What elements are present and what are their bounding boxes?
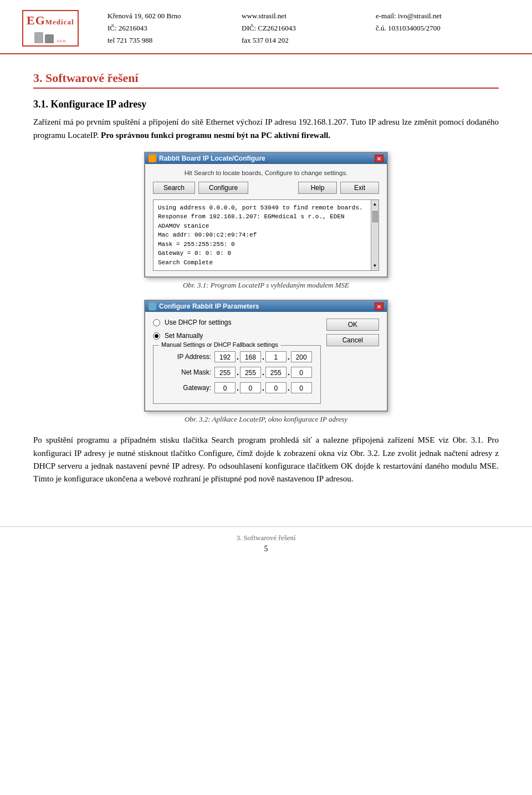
gateway-octet-2[interactable]: 0 xyxy=(240,382,261,393)
gateway-dot-1: . xyxy=(237,383,239,392)
dhcp-label: Use DHCP for settings xyxy=(165,319,232,326)
ip-field-group: 192 . 168 . 1 . 200 xyxy=(214,351,312,362)
paragraph-2: Po spuštění programu a případném stisku … xyxy=(33,434,499,485)
dialog1-log-text: Using address 0.0.0.0, port 53949 to fin… xyxy=(158,203,374,268)
contact-col-1: Křenová 19, 602 00 Brno IČ: 26216043 tel… xyxy=(108,10,242,47)
gateway-label: Gateway: xyxy=(161,384,211,392)
ok-button[interactable]: OK xyxy=(326,319,379,331)
dialog1-log: Using address 0.0.0.0, port 53949 to fin… xyxy=(153,199,379,271)
log-line-5: Gateway = 0: 0: 0: 0 xyxy=(158,249,365,258)
address: Křenová 19, 602 00 Brno xyxy=(108,10,242,22)
email: e-mail: ivo@strasil.net xyxy=(376,10,510,22)
search-button[interactable]: Search xyxy=(153,182,195,194)
dialog1-title: Rabbit Board IP Locate/Configure xyxy=(159,155,265,162)
dialog1-titlebar-left: Rabbit Board IP Locate/Configure xyxy=(149,155,265,162)
gateway-dot-3: . xyxy=(288,383,290,392)
radio-manual-filled xyxy=(155,334,158,338)
logo-icon xyxy=(34,32,54,43)
dialog2-container: Configure Rabbit IP Parameters ✕ Use DHC… xyxy=(33,300,499,412)
logo-eg: EG xyxy=(27,13,45,28)
ip-octet-3[interactable]: 1 xyxy=(265,351,287,362)
configure-icon xyxy=(149,302,156,310)
ip-dot-1: . xyxy=(237,352,239,361)
dialog1-buttons: Search Configure Help Exit xyxy=(153,182,379,194)
header-contact: Křenová 19, 602 00 Brno IČ: 26216043 tel… xyxy=(108,10,510,47)
rabbit-icon xyxy=(149,155,156,162)
gateway-octet-3[interactable]: 0 xyxy=(265,382,287,393)
footer-section-label: 3. Softwarové řešení xyxy=(0,534,532,542)
netmask-row: Net Mask: 255 . 255 . 255 . 0 xyxy=(161,367,313,378)
subsection-title: Konfigurace IP adresy xyxy=(51,99,147,110)
ip-octet-4[interactable]: 200 xyxy=(291,351,312,362)
exit-button[interactable]: Exit xyxy=(340,182,379,194)
dialog2-titlebar: Configure Rabbit IP Parameters ✕ xyxy=(145,301,387,312)
ip-address-label: IP Address: xyxy=(161,353,211,361)
dialog1-scrollbar[interactable]: ▲ ▼ xyxy=(371,200,378,271)
config-right-buttons: OK Cancel xyxy=(326,319,379,404)
ip-octet-2[interactable]: 168 xyxy=(240,351,261,362)
fig1-caption: Obr. 3.1: Program LocateIP s vyhledaným … xyxy=(33,281,499,290)
gateway-octet-1[interactable]: 0 xyxy=(214,382,236,393)
log-line-1: Using address 0.0.0.0, port 53949 to fin… xyxy=(158,203,365,213)
help-button[interactable]: Help xyxy=(298,182,337,194)
contact-col-3: e-mail: ivo@strasil.net č.ú. 1031034005/… xyxy=(376,10,510,47)
config-main-area: Use DHCP for settings Set Manually Manua… xyxy=(153,319,379,404)
section-heading: 3. Softwarové řešení xyxy=(33,71,499,89)
netmask-octet-2[interactable]: 255 xyxy=(240,367,261,378)
netmask-octet-4[interactable]: 0 xyxy=(291,367,312,378)
logo-box: EG Medical s.r.o. xyxy=(22,10,79,47)
dialog1-container: Rabbit Board IP Locate/Configure ✕ Hit S… xyxy=(33,152,499,278)
manual-section: Manual Settings or DHCP Fallback setting… xyxy=(153,345,321,404)
netmask-octet-1[interactable]: 255 xyxy=(214,367,236,378)
tel: tel 721 735 988 xyxy=(108,34,242,47)
gateway-octet-4[interactable]: 0 xyxy=(291,382,312,393)
section-title: Softwarové řešení xyxy=(45,71,139,85)
dialog2-title: Configure Rabbit IP Parameters xyxy=(159,302,259,310)
ip-address-row: IP Address: 192 . 168 . 1 . 200 xyxy=(161,351,313,362)
fig2-caption: Obr. 3.2: Aplikace LocateIP, okno konfig… xyxy=(33,415,499,424)
scroll-up-arrow[interactable]: ▲ xyxy=(372,200,377,209)
dialog1-close-button[interactable]: ✕ xyxy=(375,155,383,162)
scroll-thumb[interactable] xyxy=(372,211,378,222)
contact-col-2: www.strasil.net DIČ: CZ26216043 fax 537 … xyxy=(242,10,376,47)
page-footer: 3. Softwarové řešení 5 xyxy=(0,526,532,559)
www: www.strasil.net xyxy=(242,10,376,22)
gateway-row: Gateway: 0 . 0 . 0 . 0 xyxy=(161,382,313,393)
paragraph-1: Zařízení má po prvním spuštění a připoje… xyxy=(33,116,499,142)
netmask-octet-3[interactable]: 255 xyxy=(265,367,287,378)
netmask-label: Net Mask: xyxy=(161,368,211,376)
fax: fax 537 014 202 xyxy=(242,34,376,47)
ip-dot-2: . xyxy=(262,352,264,361)
log-line-2: Response from 192.168.1.207: EGMedical s… xyxy=(158,212,365,230)
dic: DIČ: CZ26216043 xyxy=(242,22,376,34)
ip-octet-1[interactable]: 192 xyxy=(214,351,236,362)
ic: IČ: 26216043 xyxy=(108,22,242,34)
dialog2-close-button[interactable]: ✕ xyxy=(375,302,383,310)
logo-medical: Medical xyxy=(45,18,74,27)
radio-dhcp[interactable] xyxy=(153,319,160,326)
gateway-dot-2: . xyxy=(262,383,264,392)
manual-section-label: Manual Settings or DHCP Fallback setting… xyxy=(159,341,280,348)
dialog1-window: Rabbit Board IP Locate/Configure ✕ Hit S… xyxy=(144,152,388,278)
dialog1-hint: Hit Search to locate boards, Configure t… xyxy=(153,170,379,176)
cancel-button[interactable]: Cancel xyxy=(326,334,379,346)
log-line-3: Mac addr: 00:90:c2:e9:74:ef xyxy=(158,230,365,240)
subsection-number: 3.1. xyxy=(33,99,51,110)
scroll-down-arrow[interactable]: ▼ xyxy=(372,261,377,270)
subsection-heading: 3.1. Konfigurace IP adresy xyxy=(33,99,499,110)
dialog2-titlebar-left: Configure Rabbit IP Parameters xyxy=(149,302,259,310)
configure-button[interactable]: Configure xyxy=(198,182,248,194)
gateway-field-group: 0 . 0 . 0 . 0 xyxy=(214,382,312,393)
ip-dot-3: . xyxy=(288,352,290,361)
main-content: 3. Softwarové řešení 3.1. Konfigurace IP… xyxy=(0,54,532,515)
log-line-4: Mask = 255:255:255: 0 xyxy=(158,240,365,249)
dialog1-titlebar: Rabbit Board IP Locate/Configure ✕ xyxy=(145,153,387,164)
section-number: 3. xyxy=(33,71,45,85)
dialog2-window: Configure Rabbit IP Parameters ✕ Use DHC… xyxy=(144,300,388,412)
logo-sro: s.r.o. xyxy=(57,38,66,43)
radio-manual[interactable] xyxy=(153,332,160,340)
manual-label: Set Manually xyxy=(165,332,203,340)
page-number: 5 xyxy=(0,545,532,553)
config-left: Use DHCP for settings Set Manually Manua… xyxy=(153,319,321,404)
cislo: č.ú. 1031034005/2700 xyxy=(376,22,510,34)
